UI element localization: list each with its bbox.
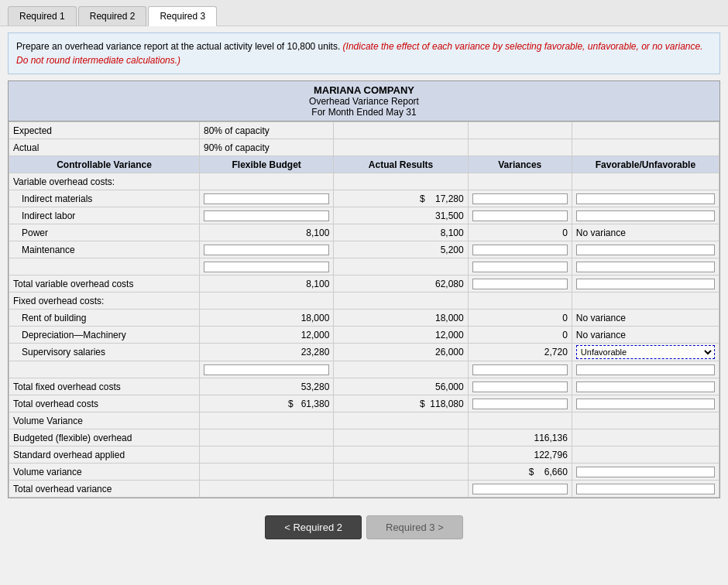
- total-overhead-variance-input[interactable]: [468, 395, 572, 412]
- report-period: For Month Ended May 31: [12, 107, 716, 118]
- bottom-navigation: < Required 2 Required 3 >: [0, 506, 728, 549]
- fixed-header-row: Fixed overhead costs:: [9, 292, 719, 310]
- depreciation-variance: 0: [468, 327, 572, 344]
- blank-fixed-fav-field[interactable]: [576, 364, 715, 375]
- indirect-labor-fav-input[interactable]: [572, 207, 719, 224]
- instructions-main: Prepare an overhead variance report at t…: [16, 41, 340, 52]
- blank-fixed-label: [9, 361, 200, 378]
- budgeted-flexible-row: Budgeted (flexible) overhead 116,136: [9, 429, 719, 446]
- indirect-materials-fav-field[interactable]: [576, 193, 715, 204]
- total-overhead-variance-field[interactable]: [472, 484, 568, 494]
- indirect-labor-row: Indirect labor 31,500: [9, 207, 719, 224]
- blank-fixed-variance-input[interactable]: [468, 361, 572, 378]
- total-overhead-variance-input[interactable]: [468, 481, 572, 498]
- volume-variance-header-flex: [200, 412, 334, 429]
- total-fixed-variance-input[interactable]: [468, 378, 572, 395]
- blank-variable-variance-field[interactable]: [472, 262, 568, 272]
- indirect-materials-flex-input[interactable]: [200, 190, 334, 207]
- depreciation-label: Depreciation—Machinery: [9, 327, 200, 344]
- volume-variance-fav-input[interactable]: [572, 464, 719, 481]
- total-variable-fav-field[interactable]: [576, 279, 715, 289]
- volume-variance-label: Volume variance: [9, 464, 200, 481]
- blank-fixed-flex-field[interactable]: [204, 364, 329, 375]
- expected-fav-blank: [572, 122, 719, 139]
- maintenance-variance-input[interactable]: [468, 241, 572, 258]
- variable-header-actual: [334, 173, 468, 190]
- standard-applied-row: Standard overhead applied 122,796: [9, 446, 719, 464]
- total-variable-variance-field[interactable]: [472, 279, 568, 289]
- total-overhead-fav-field[interactable]: [576, 399, 715, 409]
- indirect-labor-flex-input[interactable]: [200, 207, 334, 224]
- fixed-header-label: Fixed overhead costs:: [9, 292, 200, 310]
- maintenance-fav-field[interactable]: [576, 245, 715, 255]
- total-overhead-variance-fav-input[interactable]: [572, 481, 719, 498]
- budgeted-flexible-fav: [572, 429, 719, 446]
- supervisory-fav-cell[interactable]: Unfavorable Favorable No variance: [572, 344, 719, 361]
- tab-required2[interactable]: Required 2: [78, 6, 147, 26]
- supervisory-flex: 23,280: [200, 344, 334, 361]
- volume-variance-header-variance: [468, 412, 572, 429]
- indirect-materials-variance-input[interactable]: [468, 190, 572, 207]
- maintenance-row: Maintenance 5,200: [9, 241, 719, 258]
- total-overhead-actual: $ 118,080: [334, 395, 468, 412]
- volume-variance-fav-field[interactable]: [576, 467, 715, 477]
- maintenance-actual: 5,200: [334, 241, 468, 258]
- maintenance-flex-field[interactable]: [204, 245, 329, 255]
- indirect-materials-actual: $ 17,280: [334, 190, 468, 207]
- blank-fixed-variance-field[interactable]: [472, 364, 568, 375]
- blank-fixed-row: [9, 361, 719, 378]
- report-title: Overhead Variance Report: [12, 96, 716, 107]
- blank-variable-flex-input[interactable]: [200, 258, 334, 275]
- blank-variable-fav-field[interactable]: [576, 262, 715, 272]
- variable-header-row: Variable overhead costs:: [9, 173, 719, 190]
- indirect-materials-flex-field[interactable]: [204, 193, 329, 204]
- total-variable-fav-input[interactable]: [572, 275, 719, 292]
- volume-variance-actual: [334, 464, 468, 481]
- next-button[interactable]: Required 3 >: [366, 515, 463, 539]
- tabs-bar: Required 1 Required 2 Required 3: [0, 0, 728, 26]
- blank-fixed-flex-input[interactable]: [200, 361, 334, 378]
- indirect-labor-variance-input[interactable]: [468, 207, 572, 224]
- total-overhead-variance-flex: [200, 481, 334, 498]
- indirect-labor-fav-field[interactable]: [576, 210, 715, 221]
- total-overhead-variance-fav-field[interactable]: [576, 484, 715, 494]
- blank-variable-label: [9, 258, 200, 275]
- actual-label: Actual: [9, 139, 200, 156]
- tab-required1[interactable]: Required 1: [8, 6, 77, 26]
- indirect-labor-label: Indirect labor: [9, 207, 200, 224]
- indirect-labor-variance-field[interactable]: [472, 210, 568, 221]
- blank-variable-fav-input[interactable]: [572, 258, 719, 275]
- total-variable-variance-input[interactable]: [468, 275, 572, 292]
- total-overhead-variance-label: Total overhead variance: [9, 481, 200, 498]
- blank-fixed-fav-input[interactable]: [572, 361, 719, 378]
- blank-variable-variance-input[interactable]: [468, 258, 572, 275]
- fixed-header-fav: [572, 292, 719, 310]
- total-fixed-row: Total fixed overhead costs 53,280 56,000: [9, 378, 719, 395]
- volume-variance-value: $ 6,660: [468, 464, 572, 481]
- rent-variance: 0: [468, 310, 572, 327]
- indirect-materials-fav-input[interactable]: [572, 190, 719, 207]
- maintenance-flex-input[interactable]: [200, 241, 334, 258]
- maintenance-variance-field[interactable]: [472, 245, 568, 255]
- total-fixed-actual: 56,000: [334, 378, 468, 395]
- total-fixed-flex: 53,280: [200, 378, 334, 395]
- prev-button[interactable]: < Required 2: [265, 515, 362, 539]
- report-header: MARIANA COMPANY Overhead Variance Report…: [9, 81, 719, 121]
- total-fixed-fav-field[interactable]: [576, 381, 715, 392]
- total-variable-actual: 62,080: [334, 275, 468, 292]
- tab-required3[interactable]: Required 3: [148, 6, 217, 26]
- supervisory-fav-dropdown[interactable]: Unfavorable Favorable No variance: [576, 345, 715, 359]
- maintenance-fav-input[interactable]: [572, 241, 719, 258]
- total-overhead-fav-input[interactable]: [572, 395, 719, 412]
- total-fixed-fav-input[interactable]: [572, 378, 719, 395]
- col-header-flex: Flexible Budget: [200, 156, 334, 173]
- total-overhead-variance-field[interactable]: [472, 399, 568, 409]
- indirect-materials-variance-field[interactable]: [472, 193, 568, 204]
- fixed-header-flex: [200, 292, 334, 310]
- rent-flex: 18,000: [200, 310, 334, 327]
- blank-variable-flex-field[interactable]: [204, 262, 329, 272]
- total-fixed-variance-field[interactable]: [472, 381, 568, 392]
- budgeted-flexible-variance: 116,136: [468, 429, 572, 446]
- power-actual: 8,100: [334, 224, 468, 241]
- indirect-labor-flex-field[interactable]: [204, 210, 329, 221]
